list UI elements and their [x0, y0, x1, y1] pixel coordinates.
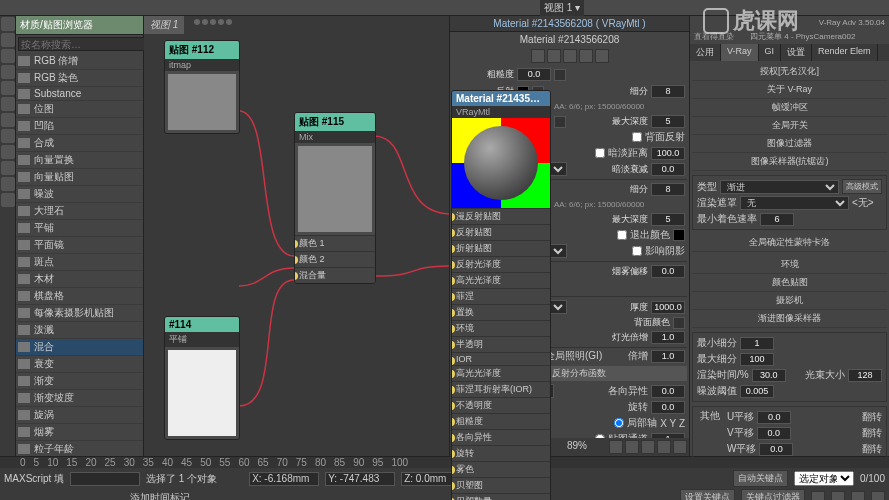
browser-item[interactable]: 混合 — [16, 339, 143, 356]
node-header[interactable]: 贴图 #112 — [165, 41, 239, 59]
node-slot[interactable]: 菲涅耳折射率(IOR) — [452, 381, 550, 397]
tool-icon[interactable] — [1, 97, 15, 111]
btn-setkey[interactable]: 设置关键点 — [680, 489, 735, 500]
node-slot[interactable]: IOR — [452, 352, 550, 365]
play-icon[interactable] — [871, 491, 885, 501]
browser-item[interactable]: 粒子年龄 — [16, 441, 143, 456]
viewport-dropdown[interactable]: 视图 1 ▾ — [540, 0, 584, 16]
rollout-header[interactable]: 授权[无名汉化] — [692, 63, 887, 81]
browser-item[interactable]: 合成 — [16, 135, 143, 152]
browser-item[interactable]: 每像素摄影机贴图 — [16, 305, 143, 322]
node-slot[interactable]: 混合量 — [295, 267, 375, 283]
map-slot[interactable] — [554, 69, 566, 81]
play-icon[interactable] — [811, 491, 825, 501]
browser-item[interactable]: 凹陷 — [16, 118, 143, 135]
browser-item[interactable]: RGB 染色 — [16, 70, 143, 87]
browser-item[interactable]: 泼溅 — [16, 322, 143, 339]
node-slot[interactable]: 粗糙度 — [452, 413, 550, 429]
rollout-header[interactable]: 关于 V-Ray — [692, 81, 887, 99]
node-header[interactable]: #114 — [165, 317, 239, 332]
node-slot[interactable]: 反射光泽度 — [452, 256, 550, 272]
browser-item[interactable]: 渐变坡度 — [16, 390, 143, 407]
tool-icon[interactable] — [1, 17, 15, 31]
browser-item[interactable]: 旋涡 — [16, 407, 143, 424]
node-slot[interactable]: 颜色 2 — [295, 251, 375, 267]
play-icon[interactable] — [831, 491, 845, 501]
rollout-header[interactable]: 帧缓冲区 — [692, 99, 887, 117]
panel-tool-icon[interactable] — [579, 49, 593, 63]
y-coord[interactable] — [325, 472, 395, 486]
node-slot[interactable]: 反射贴图 — [452, 224, 550, 240]
node-slot[interactable]: 菲涅 — [452, 288, 550, 304]
panel-tool-icon[interactable] — [531, 49, 545, 63]
browser-item[interactable]: 向量贴图 — [16, 169, 143, 186]
browser-item[interactable]: 向量置换 — [16, 152, 143, 169]
browser-item[interactable]: 平面镜 — [16, 237, 143, 254]
browser-item[interactable]: 木材 — [16, 271, 143, 288]
browser-item[interactable]: 平铺 — [16, 220, 143, 237]
script-input[interactable] — [70, 472, 140, 486]
browser-item[interactable]: 位图 — [16, 101, 143, 118]
rollout-header[interactable]: 颜色贴图 — [692, 274, 887, 292]
tool-icon[interactable] — [1, 161, 15, 175]
tool-icon[interactable] — [1, 145, 15, 159]
node-slot[interactable]: 贝塑图 — [452, 477, 550, 493]
spin-rough[interactable]: 0.0 — [517, 68, 551, 81]
search-input[interactable] — [18, 37, 151, 51]
panel-tool-icon[interactable] — [595, 49, 609, 63]
tool-icon[interactable] — [1, 177, 15, 191]
node-slot[interactable]: 置换 — [452, 304, 550, 320]
rollout-header[interactable]: 摄影机 — [692, 292, 887, 310]
tool-icon[interactable] — [1, 113, 15, 127]
node-slot[interactable]: 贝塑数量 — [452, 493, 550, 500]
node-header[interactable]: Material #21435… — [452, 91, 550, 106]
browser-item[interactable]: 棋盘格 — [16, 288, 143, 305]
tool-icon[interactable] — [1, 81, 15, 95]
tab-common[interactable]: 公用 — [690, 44, 721, 61]
browser-item[interactable]: 噪波 — [16, 186, 143, 203]
nav-icon[interactable] — [673, 440, 687, 454]
tool-icon[interactable] — [1, 49, 15, 63]
tab-re[interactable]: Render Elem — [812, 44, 878, 61]
browser-item[interactable]: 衰变 — [16, 356, 143, 373]
tool-icon[interactable] — [1, 33, 15, 47]
rollout-header[interactable]: 全局开关 — [692, 117, 887, 135]
browser-item[interactable]: 渐变 — [16, 373, 143, 390]
node-slot[interactable]: 高光光泽度 — [452, 272, 550, 288]
timeline[interactable]: 0510152025303540455055606570758085909510… — [0, 457, 889, 468]
node-vraymtl[interactable]: Material #21435… VRayMtl 漫反射贴图反射贴图折射贴图反射… — [451, 90, 551, 500]
node-header[interactable]: 贴图 #115 — [295, 113, 375, 131]
zoom-value[interactable]: 89% — [567, 440, 607, 454]
btn-keyfilter[interactable]: 关键点过滤器 — [741, 489, 805, 500]
addtime[interactable]: 添加时间标记 — [130, 491, 190, 501]
play-icon[interactable] — [851, 491, 865, 501]
browser-item[interactable]: 斑点 — [16, 254, 143, 271]
nav-icon[interactable] — [641, 440, 655, 454]
node-slot[interactable]: 环境 — [452, 320, 550, 336]
browser-item[interactable]: Substance — [16, 87, 143, 101]
tool-icon[interactable] — [1, 129, 15, 143]
rollout-header[interactable]: 环境 — [692, 256, 887, 274]
btn-autokey[interactable]: 自动关键点 — [733, 470, 788, 487]
browser-item[interactable]: RGB 倍增 — [16, 53, 143, 70]
view-tab[interactable]: 视图 1 — [144, 16, 184, 34]
rollout-header[interactable]: 图像采样器(抗锯齿) — [692, 153, 887, 171]
node-slot[interactable]: 漫反射贴图 — [452, 208, 550, 224]
node-canvas[interactable]: 视图 1 贴图 #112 itmap 贴图 #115 Mix 颜色 1 颜色 2… — [144, 16, 449, 456]
node-slot[interactable]: 各向异性 — [452, 429, 550, 445]
node-slot[interactable]: 高光光泽度 — [452, 365, 550, 381]
node-slot[interactable]: 颜色 1 — [295, 235, 375, 251]
panel-tool-icon[interactable] — [547, 49, 561, 63]
x-coord[interactable] — [249, 472, 319, 486]
rollout-header[interactable]: 渐进图像采样器 — [692, 310, 887, 328]
browser-item[interactable]: 大理石 — [16, 203, 143, 220]
tool-icon[interactable] — [1, 193, 15, 207]
node-tiles-114[interactable]: #114 平铺 — [164, 316, 240, 440]
node-slot[interactable]: 不透明度 — [452, 397, 550, 413]
node-mix-115[interactable]: 贴图 #115 Mix 颜色 1 颜色 2 混合量 — [294, 112, 376, 284]
map-slot[interactable] — [554, 116, 566, 128]
tool-icon[interactable] — [1, 65, 15, 79]
node-bitmap-112[interactable]: 贴图 #112 itmap — [164, 40, 240, 134]
rollout-header[interactable]: 图像过滤器 — [692, 135, 887, 153]
nav-icon[interactable] — [609, 440, 623, 454]
